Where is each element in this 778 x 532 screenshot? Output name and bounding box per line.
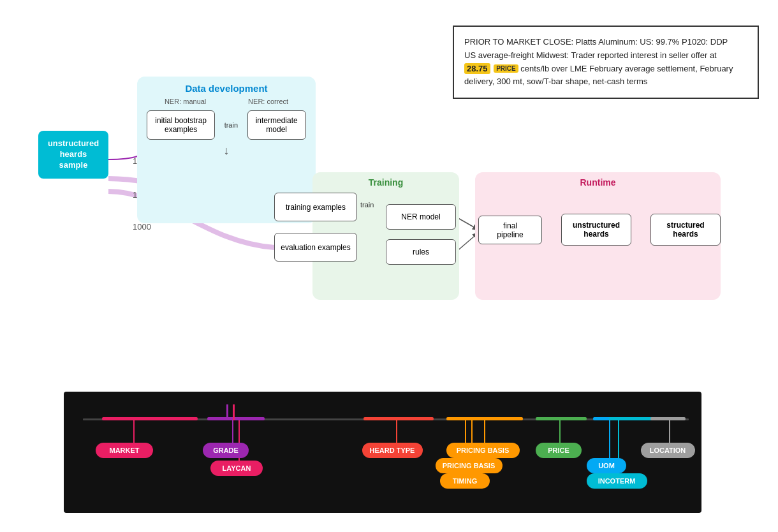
unstructured-heards-box: unstructuredheards [561,214,631,246]
svg-text:UOM: UOM [598,462,615,469]
text-box: PRIOR TO MARKET CLOSE: Platts Aluminum: … [453,26,759,99]
svg-rect-9 [207,417,265,420]
rules-box: rules [386,239,456,265]
price-badge: PRICE [494,64,518,73]
svg-rect-17 [226,404,228,420]
intermediate-model-box: intermediatemodel [247,110,306,140]
svg-text:INCOTERM: INCOTERM [598,477,636,485]
evaluation-examples-box: evaluation examples [274,233,357,262]
arrow-down: ↓ [137,142,316,159]
evaluation-examples-label: evaluation examples [281,243,350,252]
svg-rect-11 [446,417,523,420]
svg-rect-10 [363,417,434,420]
training-examples-box: training examples [274,193,357,221]
initial-bootstrap-label: initial bootstrapexamples [155,116,207,134]
initial-bootstrap-box: initial bootstrapexamples [147,110,215,140]
textbox-line3: cents/lb over LME February average settl… [520,64,733,73]
num-1000b: 1000 [133,222,151,232]
price-value: 28.75 [464,63,490,74]
unstructured-input-label: unstructuredheards sample [48,138,99,170]
train-label-1: train [222,121,240,129]
svg-rect-15 [650,417,686,420]
structured-heards-box: structuredheards [650,214,721,246]
ner-model-box: NER model [386,204,456,230]
runtime-title: Runtime [475,172,721,188]
textbox-line4: delivery, 300 mt, sow/T-bar shape, net-c… [464,77,647,86]
ner-viz-svg: MARKET GRADE LAYCAN HEARD TYPE PRICING B… [64,392,701,513]
training-examples-label: training examples [286,203,346,212]
unstructured-input: unstructuredheards sample [38,131,108,179]
training-title: Training [312,172,459,188]
svg-text:LOCATION: LOCATION [650,447,686,454]
final-pipeline-label: finalpipeline [497,221,523,239]
svg-text:HEARD TYPE: HEARD TYPE [370,447,415,454]
ner-labels: NER: manual NER: correct [137,94,316,108]
svg-text:PRICING BASIS: PRICING BASIS [443,462,495,469]
intermediate-model-label: intermediatemodel [256,116,298,134]
unstructured-heards-label: unstructuredheards [573,221,620,239]
svg-text:MARKET: MARKET [109,447,139,454]
svg-rect-8 [102,417,198,420]
ner-box-row: initial bootstrapexamples train intermed… [137,108,316,142]
svg-rect-16 [233,404,235,420]
svg-text:PRICING BASIS: PRICING BASIS [457,447,510,454]
svg-text:TIMING: TIMING [453,477,478,485]
structured-heards-label: structuredheards [666,221,704,239]
ner-model-label: NER model [401,212,440,221]
svg-text:GRADE: GRADE [213,447,239,454]
svg-text:PRICE: PRICE [548,447,569,454]
textbox-line1: PRIOR TO MARKET CLOSE: Platts Aluminum: … [464,37,728,47]
data-dev-title: Data development [137,77,316,94]
rules-label: rules [413,248,429,256]
train-label-2: train [360,201,374,209]
textbox-line2: US average-freight Midwest: Trader repor… [464,50,717,60]
svg-rect-12 [536,417,587,420]
ner-correct-label: NER: correct [248,98,288,105]
ner-manual-label: NER: manual [165,98,206,105]
ner-viz: MARKET GRADE LAYCAN HEARD TYPE PRICING B… [64,392,701,513]
svg-text:LAYCAN: LAYCAN [223,464,251,472]
final-pipeline-box: finalpipeline [478,216,542,244]
